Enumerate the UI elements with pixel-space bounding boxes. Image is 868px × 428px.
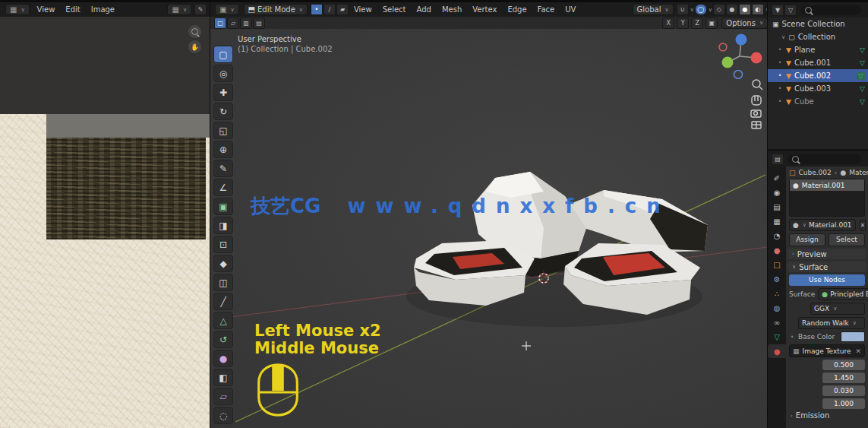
menu-view[interactable]: View	[349, 5, 377, 14]
properties-editor-icon[interactable]: ▤	[772, 154, 784, 165]
select-button[interactable]: Select	[829, 233, 865, 246]
tab-view-layer[interactable]: ▦	[768, 214, 786, 228]
tab-modifiers[interactable]: ⚙	[768, 272, 786, 286]
select-dot-icon[interactable]: •	[777, 72, 783, 79]
color-swatch[interactable]	[841, 331, 865, 342]
pan-button[interactable]: ✋	[188, 40, 201, 53]
tab-render[interactable]: ◉	[768, 185, 786, 199]
preview-section-header[interactable]: › Preview	[788, 249, 866, 259]
axis-z-ball[interactable]	[736, 34, 747, 46]
select-box-tool[interactable]: ▢	[213, 46, 233, 63]
material-datablock[interactable]: ●∨ Material.001	[789, 219, 856, 231]
cursor-tool[interactable]: ◎	[213, 65, 233, 82]
bevel-tool[interactable]: ◆	[213, 255, 233, 272]
shear-tool[interactable]: ▱	[213, 388, 233, 405]
outliner-search-input[interactable]	[800, 5, 861, 15]
select-dot-icon[interactable]: •	[777, 98, 783, 105]
tab-object[interactable]: □	[768, 258, 786, 271]
rip-region-tool[interactable]: ◌	[213, 407, 233, 424]
rotate-tool[interactable]: ↻	[213, 103, 233, 120]
tab-output[interactable]: ▤	[768, 200, 786, 214]
shader-dropdown[interactable]: ● Principled BSDF	[818, 288, 868, 300]
menu-select[interactable]: Select	[377, 5, 412, 14]
knife-tool[interactable]: ╱	[213, 293, 233, 310]
metallic-field[interactable]: 0.500	[822, 360, 865, 370]
menu-image[interactable]: Image	[86, 5, 120, 14]
outliner-row-collection[interactable]: ∨ ▢ Collection	[768, 30, 868, 43]
transform-tool[interactable]: ⊕	[213, 141, 233, 158]
menu-add[interactable]: Add	[412, 5, 437, 14]
shading-solid-button[interactable]: ●	[726, 4, 738, 15]
camera-view-icon[interactable]	[751, 110, 761, 117]
snap-settings-button[interactable]: ▣	[705, 17, 718, 29]
outliner-row-object[interactable]: • ▼ Plane ▽	[768, 43, 868, 56]
edge-select-button[interactable]: ∕	[324, 4, 336, 15]
select-dot-icon[interactable]: •	[777, 85, 783, 92]
outliner-row-object-selected[interactable]: • ▼ Cube.002 ▽	[768, 69, 868, 82]
menu-uv[interactable]: UV	[560, 5, 581, 14]
outliner-row-scene-collection[interactable]: ▣ Scene Collection	[768, 17, 868, 30]
select-dot-icon[interactable]: •	[777, 59, 783, 66]
tab-constraints[interactable]: ∞	[768, 315, 786, 329]
tab-tool[interactable]: ✐	[768, 171, 786, 185]
breadcrumb-material[interactable]: Material.001	[849, 169, 868, 176]
shading-material-button[interactable]: ●	[739, 4, 751, 15]
distribution-dropdown[interactable]: GGX∨	[810, 303, 865, 315]
alpha-field[interactable]: 1.000	[822, 398, 865, 409]
proportional-edit-button[interactable]: ◯	[695, 4, 707, 15]
mode-dropdown[interactable]: ⬒Edit Mode∨	[244, 4, 308, 15]
filter-button[interactable]: ▽	[784, 5, 797, 16]
expand-arrow-icon[interactable]: ∨	[781, 34, 785, 40]
tab-world[interactable]: ●	[768, 243, 786, 257]
subsurface-method-dropdown[interactable]: Random Walk∨	[798, 317, 865, 329]
select-mode-subtract-button[interactable]: ▤	[253, 17, 265, 29]
edge-slide-tool[interactable]: ◧	[213, 369, 233, 386]
navigation-gizmo[interactable]	[719, 34, 762, 79]
tab-physics[interactable]: ◍	[768, 301, 786, 315]
inset-faces-tool[interactable]: ⊡	[213, 236, 233, 253]
image-texture-row[interactable]: ▦ Image Texture ✕	[789, 344, 865, 357]
shading-rendered-button[interactable]: ◐	[752, 4, 764, 15]
editor-type-button[interactable]: ▦∨	[5, 4, 30, 15]
menu-view[interactable]: View	[32, 5, 61, 14]
roughness-field[interactable]: 0.030	[822, 385, 865, 396]
menu-edge[interactable]: Edge	[502, 5, 532, 14]
loop-cut-tool[interactable]: ◫	[213, 274, 233, 291]
select-dot-icon[interactable]: •	[777, 46, 783, 53]
mirror-x-button[interactable]: X	[662, 17, 674, 29]
axis-neg-x-ball[interactable]	[719, 43, 727, 51]
add-cube-tool[interactable]: ▣	[213, 198, 233, 215]
outliner-row-object[interactable]: • ▼ Cube.003 ▽	[768, 82, 868, 95]
axis-neg-z-ball[interactable]	[734, 71, 743, 79]
menu-edit[interactable]: Edit	[60, 5, 85, 14]
axis-y-ball[interactable]	[722, 57, 734, 68]
vertex-select-button[interactable]: •	[311, 4, 323, 15]
select-mode-extend-button[interactable]: ▥	[240, 17, 252, 29]
poly-build-tool[interactable]: △	[213, 312, 233, 329]
tab-data[interactable]: ▽	[768, 330, 786, 344]
select-mode-new-button[interactable]: ▱	[227, 17, 239, 29]
measure-tool[interactable]: ∠	[213, 179, 233, 196]
snap-magnet-button[interactable]: ∪	[677, 4, 689, 15]
zoom-view-icon[interactable]	[753, 80, 762, 90]
emission-section-header[interactable]: › Emission	[789, 411, 865, 420]
annotate-tool[interactable]: ✎	[213, 160, 233, 177]
extrude-region-tool[interactable]: ◨	[213, 217, 233, 234]
menu-face[interactable]: Face	[532, 5, 560, 14]
new-image-button[interactable]: ✎	[194, 4, 207, 15]
smooth-tool[interactable]: ●	[213, 350, 233, 367]
outliner-row-object[interactable]: • ▼ Cube.001 ▽	[768, 56, 868, 69]
pan-view-icon[interactable]	[752, 96, 761, 105]
zoom-button[interactable]	[188, 25, 201, 38]
tab-particles[interactable]: ∴	[768, 287, 786, 300]
mirror-z-button[interactable]: Z	[691, 17, 703, 29]
orientation-dropdown[interactable]: Global∨	[633, 4, 674, 15]
surface-section-header[interactable]: ∨ Surface	[788, 262, 866, 272]
perspective-toggle-icon[interactable]	[752, 122, 761, 128]
menu-mesh[interactable]: Mesh	[437, 5, 467, 14]
use-nodes-button[interactable]: Use Nodes	[789, 274, 865, 286]
menu-vertex[interactable]: Vertex	[467, 5, 502, 14]
editor-type-button[interactable]: ▣∨	[215, 4, 239, 15]
tab-scene[interactable]: ◔	[768, 229, 786, 243]
material-slot-row[interactable]: ● Material.001	[790, 179, 864, 191]
